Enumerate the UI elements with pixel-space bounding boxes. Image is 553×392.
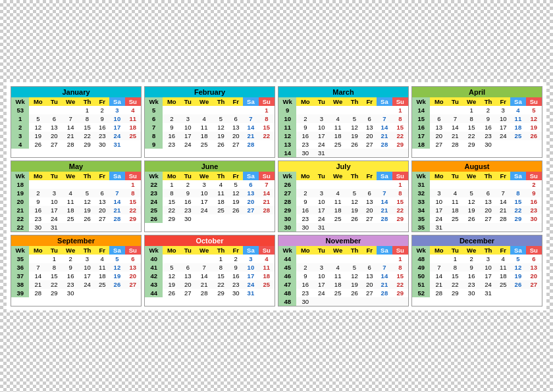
table-row: 156789101112 [412,114,542,123]
day-cell: 15 [47,272,61,280]
day-cell: 14 [377,272,392,280]
day-cell: 5 [29,114,47,123]
day-cell: 26 [526,132,542,140]
day-cell: 15 [213,272,228,280]
table-row: 4319202122232425 [145,280,275,289]
day-cell: 26 [80,214,95,223]
day-cell: 26 [163,289,180,297]
day-cell: 6 [362,263,377,272]
day-cell: 13 [228,123,243,132]
day-cell [496,223,510,232]
day-cell: 19 [80,206,95,214]
day-cell: 25 [448,214,462,223]
day-cell [314,297,329,306]
table-row: 272345678 [278,189,408,197]
day-cell: 30 [296,297,314,306]
month-block-jan: JanuaryWkMoTuWeThFrSaSu53 12341567891011… [11,86,142,158]
month-block-mar: MarchWkMoTuWeThFrSaSu9 11023456781191011… [278,86,409,158]
week-number: 49 [412,263,430,272]
day-cell [109,180,125,189]
header-wk: Wk [11,246,29,255]
week-number: 15 [412,114,430,123]
day-cell: 17 [196,197,213,206]
day-cell: 12 [228,189,243,197]
day-cell: 25 [329,140,347,149]
day-cell [163,255,180,263]
day-cell: 19 [347,280,362,289]
week-number: 16 [412,123,430,132]
day-cell: 14 [196,272,213,280]
day-cell: 1 [80,106,95,114]
week-number: 18 [11,180,29,189]
day-cell: 21 [243,132,259,140]
table-row: 18 1 [11,180,141,189]
day-cell: 9 [180,189,195,197]
day-cell: 29 [47,289,61,297]
day-cell [314,255,329,263]
day-cell [392,149,408,157]
day-cell [196,214,213,223]
table-row: 323456789 [412,189,542,197]
week-number: 42 [145,272,163,280]
day-cell [296,255,314,263]
day-cell: 28 [259,206,275,214]
day-cell: 12 [213,123,228,132]
week-number: 34 [412,206,430,214]
header-su: Su [259,97,275,106]
day-cell: 15 [392,272,408,280]
header-mo: Mo [430,97,448,106]
day-cell: 29 [163,214,180,223]
month-title-may: May [11,161,141,172]
week-number: 10 [278,114,296,123]
day-cell: 1 [47,255,61,263]
day-cell [47,106,61,114]
day-cell: 14 [62,123,80,132]
day-cell: 18 [329,280,347,289]
week-number: 26 [145,214,163,223]
week-number: 35 [11,255,29,263]
day-cell: 28 [377,214,392,223]
day-cell: 4 [496,255,510,263]
day-cell: 23 [163,140,180,149]
table-row: 5 1 [145,106,275,114]
day-cell: 1 [392,180,408,189]
day-cell: 27 [228,140,243,149]
day-cell: 20 [362,132,377,140]
day-cell: 23 [180,206,195,214]
day-cell: 20 [125,272,141,280]
day-cell: 8 [80,114,95,123]
day-cell [377,180,392,189]
day-cell: 2 [526,180,542,189]
day-cell [62,223,80,232]
day-cell: 12 [526,114,542,123]
header-mo: Mo [163,172,180,180]
day-cell: 15 [448,272,462,280]
day-cell [109,289,125,297]
table-row: 26 1 [278,180,408,189]
week-number: 4 [11,140,29,149]
table-row: 2415161718192021 [145,197,275,206]
header-wk: Wk [278,246,296,255]
day-cell: 28 [243,140,259,149]
week-number: 45 [278,263,296,272]
table-row: 39282930 [11,289,141,297]
header-th: Th [80,172,95,180]
day-cell [510,140,526,149]
header-fr: Fr [95,172,109,180]
day-cell: 5 [228,180,243,189]
day-cell: 12 [510,263,526,272]
day-cell: 22 [163,206,180,214]
day-cell: 15 [392,197,408,206]
day-cell [314,180,329,189]
day-cell: 29 [448,289,462,297]
day-cell: 6 [47,114,61,123]
day-cell [80,289,95,297]
day-cell [496,289,510,297]
day-cell: 23 [296,289,314,297]
header-tu: Tu [180,97,195,106]
day-cell: 7 [377,189,392,197]
day-cell: 29 [80,140,95,149]
header-sa: Sa [243,246,259,255]
day-cell [430,106,448,114]
table-row: 35 123456 [11,255,141,263]
